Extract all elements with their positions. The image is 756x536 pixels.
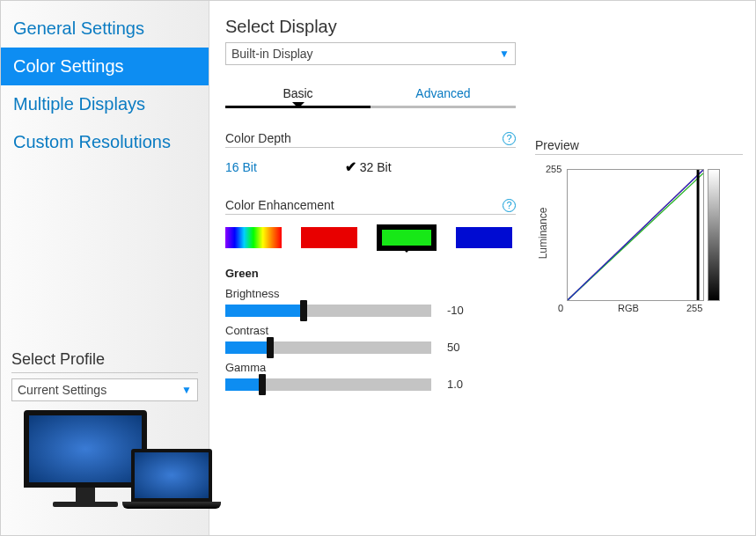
plot-area bbox=[567, 169, 704, 301]
swatch-all[interactable] bbox=[225, 227, 282, 248]
brightness-value: -10 bbox=[447, 304, 479, 317]
color-enhancement-section: Color Enhancement ? Green Brightness bbox=[225, 198, 516, 391]
main-panel: Select Display Built-in Display ▼ Basic … bbox=[209, 1, 755, 535]
contrast-label: Contrast bbox=[225, 324, 516, 337]
preview-column: Preview Luminance 255 0 RGB 255 bbox=[535, 17, 743, 526]
channel-label: Green bbox=[225, 267, 516, 280]
page-title: Select Display bbox=[225, 17, 516, 37]
depth-16bit-option[interactable]: 16 Bit bbox=[225, 158, 257, 175]
brightness-label: Brightness bbox=[225, 287, 516, 300]
nav-item-general[interactable]: General Settings bbox=[1, 10, 209, 48]
chevron-down-icon: ▼ bbox=[181, 384, 192, 396]
profile-select-value: Current Settings bbox=[18, 383, 106, 397]
preview-title: Preview bbox=[535, 138, 743, 155]
monitor-icon bbox=[24, 410, 147, 507]
gamma-value: 1.0 bbox=[447, 378, 479, 391]
app-window: General Settings Color Settings Multiple… bbox=[0, 0, 756, 536]
contrast-row: Contrast 50 bbox=[225, 324, 516, 354]
gamma-slider[interactable] bbox=[225, 378, 431, 391]
profile-title: Select Profile bbox=[11, 350, 198, 369]
swatch-red[interactable] bbox=[301, 227, 357, 248]
color-enhancement-title: Color Enhancement bbox=[225, 198, 334, 212]
brightness-slider[interactable] bbox=[225, 305, 431, 317]
y-axis-label: Luminance bbox=[537, 208, 549, 260]
display-select-value: Built-in Display bbox=[231, 47, 313, 61]
channel-swatches bbox=[225, 215, 516, 251]
nav-item-custom[interactable]: Custom Resolutions bbox=[1, 123, 209, 161]
tick-ymax: 255 bbox=[546, 164, 561, 174]
devices-illustration bbox=[11, 401, 198, 519]
gamma-row: Gamma 1.0 bbox=[225, 361, 516, 391]
tick-min: 0 bbox=[558, 303, 563, 313]
contrast-value: 50 bbox=[447, 341, 479, 354]
depth-32bit-option[interactable]: ✔ 32 Bit bbox=[345, 158, 392, 175]
depth-32bit-label: 32 Bit bbox=[360, 160, 392, 174]
check-icon: ✔ bbox=[345, 158, 356, 175]
profile-select[interactable]: Current Settings ▼ bbox=[11, 378, 198, 401]
contrast-slider[interactable] bbox=[225, 341, 431, 354]
gamma-label: Gamma bbox=[225, 361, 516, 374]
nav-list: General Settings Color Settings Multiple… bbox=[1, 1, 209, 161]
profile-section: Select Profile Current Settings ▼ bbox=[1, 350, 209, 535]
curve-lines bbox=[568, 170, 703, 300]
nav-item-multiple[interactable]: Multiple Displays bbox=[1, 85, 209, 123]
laptop-icon bbox=[131, 449, 221, 509]
tab-bar: Basic Advanced bbox=[225, 86, 516, 108]
sidebar: General Settings Color Settings Multiple… bbox=[1, 1, 209, 535]
display-select[interactable]: Built-in Display ▼ bbox=[225, 42, 516, 65]
color-depth-section: Color Depth ? 16 Bit ✔ 32 Bit bbox=[225, 131, 516, 175]
preview-chart: Luminance 255 0 RGB 255 bbox=[535, 167, 720, 326]
svg-line-2 bbox=[568, 170, 703, 300]
x-axis-label: RGB bbox=[618, 303, 639, 313]
help-icon[interactable]: ? bbox=[503, 199, 516, 212]
help-icon[interactable]: ? bbox=[503, 132, 516, 145]
tick-xmax: 255 bbox=[686, 303, 702, 313]
tab-basic[interactable]: Basic bbox=[225, 86, 371, 108]
divider bbox=[11, 372, 198, 373]
settings-column: Select Display Built-in Display ▼ Basic … bbox=[225, 17, 516, 526]
color-depth-title: Color Depth bbox=[225, 131, 291, 145]
tab-advanced[interactable]: Advanced bbox=[371, 86, 516, 108]
swatch-blue[interactable] bbox=[456, 227, 512, 248]
chevron-down-icon: ▼ bbox=[499, 48, 510, 60]
gradient-bar bbox=[708, 169, 720, 301]
nav-item-color[interactable]: Color Settings bbox=[1, 48, 209, 85]
brightness-row: Brightness -10 bbox=[225, 287, 516, 317]
swatch-green[interactable] bbox=[377, 224, 437, 251]
